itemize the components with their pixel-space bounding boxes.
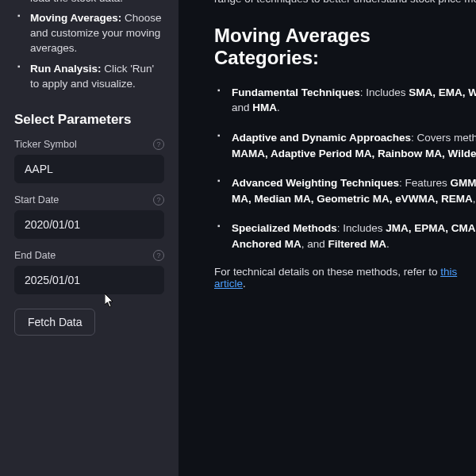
categories-list: Fundamental Techniques: Includes SMA, EM… bbox=[214, 85, 476, 252]
reference-line: For technical details on these methods, … bbox=[214, 266, 476, 290]
list-item: Fundamental Techniques: Includes SMA, EM… bbox=[214, 85, 476, 116]
cat-lead: Adaptive and Dynamic Approaches bbox=[232, 132, 411, 144]
ticker-label-row: Ticker Symbol ? bbox=[14, 139, 164, 150]
help-icon[interactable]: ? bbox=[153, 250, 164, 261]
list-item: Advanced Weighting Techniques: Features … bbox=[214, 175, 476, 206]
list-item: load the stock data. bbox=[14, 0, 164, 6]
list-item: Moving Averages: Choose and customize yo… bbox=[14, 10, 164, 56]
step-bold: Run Analysis: bbox=[30, 63, 102, 75]
help-icon[interactable]: ? bbox=[153, 194, 164, 205]
start-date-label: Start Date bbox=[14, 194, 59, 205]
cat-lead: Advanced Weighting Techniques bbox=[232, 177, 399, 189]
instruction-list: load the stock data. Moving Averages: Ch… bbox=[14, 0, 164, 91]
ticker-input[interactable] bbox=[14, 155, 164, 183]
fetch-data-button[interactable]: Fetch Data bbox=[14, 309, 95, 336]
categories-heading: Moving Averages Categories: bbox=[214, 25, 476, 69]
cat-lead: Specialized Methods bbox=[232, 222, 337, 234]
end-date-label: End Date bbox=[14, 250, 56, 261]
intro-text-partial: range of techniques to better understand… bbox=[214, 0, 476, 7]
start-date-input[interactable] bbox=[14, 210, 164, 239]
start-date-label-row: Start Date ? bbox=[14, 194, 164, 205]
end-date-label-row: End Date ? bbox=[14, 250, 164, 261]
cat-lead: Fundamental Techniques bbox=[232, 86, 360, 98]
list-item: Run Analysis: Click 'Run' to apply and v… bbox=[14, 61, 164, 91]
section-title: Select Parameters bbox=[14, 112, 164, 128]
step-text: load the stock data. bbox=[30, 0, 123, 4]
help-icon[interactable]: ? bbox=[153, 139, 164, 150]
list-item: Specialized Methods: Includes JMA, EPMA,… bbox=[214, 221, 476, 251]
step-bold: Moving Averages: bbox=[30, 12, 121, 24]
ticker-label: Ticker Symbol bbox=[14, 139, 77, 150]
end-date-input[interactable] bbox=[14, 266, 164, 294]
list-item: Adaptive and Dynamic Approaches: Covers … bbox=[214, 130, 476, 161]
sidebar: load the stock data. Moving Averages: Ch… bbox=[0, 0, 178, 476]
main-content: range of techniques to better understand… bbox=[178, 0, 476, 476]
